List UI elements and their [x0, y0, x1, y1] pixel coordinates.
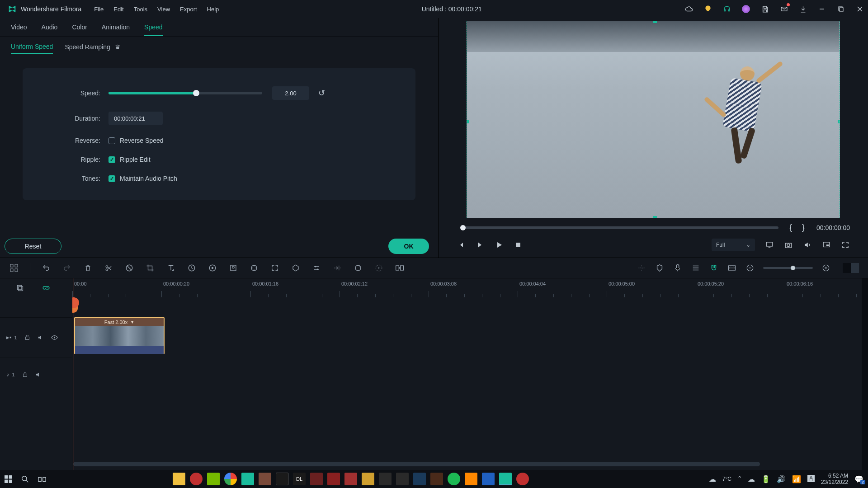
zoom-in-icon[interactable] — [821, 263, 831, 273]
adjust-icon[interactable] — [311, 263, 321, 273]
taskbar-app[interactable] — [224, 473, 237, 485]
tray-expand-icon[interactable]: ˄ — [738, 475, 741, 483]
detect-icon[interactable] — [270, 263, 280, 273]
speed-tool-icon[interactable] — [187, 263, 197, 273]
wifi-icon[interactable]: 📶 — [792, 475, 801, 483]
timeline-body[interactable]: 00:0000:00:00:2000:00:01:1600:00:02:1200… — [72, 278, 862, 470]
taskbar-app[interactable] — [379, 473, 392, 485]
color-tool-icon[interactable] — [208, 263, 217, 273]
ripple-checkbox[interactable] — [108, 156, 115, 163]
menu-tools[interactable]: Tools — [134, 6, 147, 13]
taskbar-app[interactable] — [173, 473, 185, 485]
audio-track-icon[interactable]: ♪ — [6, 371, 9, 378]
stop-icon[interactable] — [514, 240, 523, 249]
prev-frame-icon[interactable] — [457, 240, 466, 249]
magnet-icon[interactable] — [709, 263, 719, 273]
display-icon[interactable] — [765, 240, 774, 249]
mixer-icon[interactable] — [691, 263, 701, 273]
tab-color[interactable]: Color — [72, 23, 87, 36]
taskbar-app[interactable] — [276, 473, 288, 485]
marker-icon[interactable] — [655, 263, 665, 273]
taskbar-app[interactable] — [430, 473, 443, 485]
taskbar-app[interactable] — [344, 473, 357, 485]
account-icon[interactable] — [741, 5, 750, 14]
zoom-out-icon[interactable] — [745, 263, 755, 273]
redo-icon[interactable] — [62, 263, 72, 273]
tab-speed[interactable]: Speed — [144, 23, 162, 36]
lock-icon[interactable] — [24, 334, 30, 340]
prohibit-icon[interactable] — [124, 263, 134, 273]
onedrive-icon[interactable]: ☁ — [748, 475, 755, 483]
notifications-icon[interactable]: 💬2 — [854, 475, 863, 483]
subtab-speed-ramping[interactable]: Speed Ramping — [65, 43, 110, 53]
start-icon[interactable] — [5, 475, 12, 483]
pip-icon[interactable] — [822, 240, 831, 249]
taskbar-app[interactable] — [413, 473, 426, 485]
task-view-icon[interactable] — [38, 476, 46, 482]
reset-button[interactable]: Reset — [5, 239, 61, 254]
taskbar-app[interactable] — [241, 473, 254, 485]
taskbar-app[interactable] — [516, 473, 529, 485]
enhance-icon[interactable] — [353, 263, 363, 273]
menu-help[interactable]: Help — [207, 6, 219, 13]
timeline-ruler[interactable]: 00:0000:00:00:2000:00:01:1600:00:02:1200… — [72, 278, 862, 297]
taskbar-app[interactable]: DL — [293, 473, 306, 485]
taskbar-app[interactable] — [190, 473, 203, 485]
play-icon[interactable] — [495, 240, 504, 249]
taskbar-app[interactable] — [207, 473, 220, 485]
tab-video[interactable]: Video — [11, 23, 27, 36]
preview-quality-select[interactable]: Full ⌄ — [712, 239, 755, 251]
reverse-checkbox[interactable] — [108, 137, 115, 144]
speed-slider[interactable] — [108, 92, 262, 94]
menu-file[interactable]: File — [94, 6, 104, 13]
link-icon[interactable] — [42, 284, 50, 292]
visibility-icon[interactable] — [51, 335, 58, 340]
cloud-icon[interactable] — [684, 5, 693, 14]
menu-view[interactable]: View — [157, 6, 170, 13]
taskbar-app[interactable] — [448, 473, 460, 485]
keyframe-icon[interactable] — [249, 263, 259, 273]
mute-icon[interactable] — [38, 334, 44, 341]
volume-icon[interactable] — [803, 240, 812, 249]
taskbar-app[interactable] — [465, 473, 477, 485]
split-icon[interactable] — [104, 263, 113, 273]
taskbar-app[interactable] — [327, 473, 340, 485]
taskbar-app[interactable] — [482, 473, 495, 485]
tab-audio[interactable]: Audio — [42, 23, 58, 36]
minimize-icon[interactable] — [817, 5, 826, 14]
search-icon[interactable] — [21, 475, 29, 483]
timeline-vscroll[interactable] — [862, 278, 868, 470]
lock-icon[interactable] — [22, 371, 28, 377]
delete-icon[interactable] — [83, 263, 93, 273]
taskbar-app[interactable] — [259, 473, 271, 485]
render-icon[interactable] — [395, 263, 405, 273]
tones-checkbox[interactable] — [108, 175, 115, 182]
record-voiceover-icon[interactable] — [673, 263, 683, 273]
playhead[interactable] — [74, 278, 74, 470]
mask-icon[interactable] — [291, 263, 301, 273]
duplicate-icon[interactable] — [16, 284, 24, 292]
zoom-fit-icon[interactable] — [727, 263, 737, 273]
close-icon[interactable] — [855, 5, 864, 14]
preview-scrubber[interactable] — [460, 226, 778, 229]
headphones-icon[interactable] — [722, 5, 731, 14]
taskbar-app[interactable] — [362, 473, 374, 485]
undo-icon[interactable] — [41, 263, 51, 273]
subtab-uniform-speed[interactable]: Uniform Speed — [11, 43, 53, 54]
timeline-view-toggle[interactable] — [843, 263, 859, 273]
crop-icon[interactable] — [145, 263, 155, 273]
taskbar-app[interactable] — [310, 473, 323, 485]
taskbar-app[interactable] — [499, 473, 512, 485]
zoom-slider[interactable] — [763, 267, 813, 269]
menu-export[interactable]: Export — [180, 6, 197, 13]
mark-in-button[interactable]: { — [787, 223, 795, 232]
taskbar-app[interactable] — [396, 473, 409, 485]
timeline-hscroll[interactable] — [73, 462, 760, 466]
tips-icon[interactable] — [703, 5, 712, 14]
green-screen-icon[interactable] — [228, 263, 238, 273]
motion-track-icon[interactable] — [374, 263, 384, 273]
text-icon[interactable] — [166, 263, 176, 273]
language-icon[interactable]: 🅰 — [807, 475, 815, 483]
duration-value[interactable]: 00:00:00:21 — [108, 112, 163, 125]
clock[interactable]: 6:52 AM 23/12/2022 — [821, 473, 848, 486]
